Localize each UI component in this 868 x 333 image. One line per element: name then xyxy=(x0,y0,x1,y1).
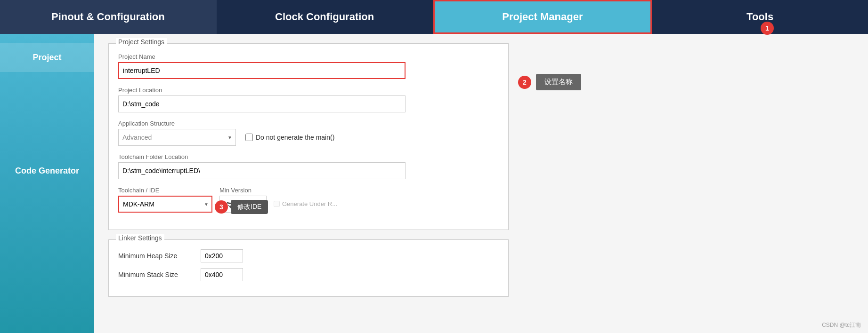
application-structure-label: Application Structure xyxy=(118,120,499,127)
min-version-label: Min Version xyxy=(219,187,267,194)
tab-clock[interactable]: Clock Configuration xyxy=(217,0,433,34)
set-name-button[interactable]: 设置名称 xyxy=(536,74,581,90)
project-name-group: Project Name xyxy=(118,53,499,79)
project-name-input[interactable] xyxy=(118,62,406,79)
toolchain-folder-input[interactable] xyxy=(118,162,406,179)
step3-annotation: 3 修改IDE xyxy=(215,200,268,214)
tab-pinout[interactable]: Pinout & Configuration xyxy=(0,0,217,34)
top-navigation: Pinout & Configuration Clock Configurati… xyxy=(0,0,868,34)
linker-settings-section: Linker Settings Minimum Heap Size Minimu… xyxy=(108,239,509,297)
application-structure-group: Application Structure Advanced Basic Do xyxy=(118,120,499,146)
project-settings-section: Project Settings Project Name Project Lo… xyxy=(108,43,509,230)
project-location-input[interactable] xyxy=(118,95,406,112)
linker-settings-title: Linker Settings xyxy=(116,234,164,242)
app-structure-row: Advanced Basic Do not generate the main(… xyxy=(118,129,499,146)
project-settings-title: Project Settings xyxy=(116,38,167,46)
tab-project-manager[interactable]: Project Manager xyxy=(433,0,652,34)
content-wrapper: Project Settings Project Name Project Lo… xyxy=(108,43,854,306)
sidebar-item-code-generator[interactable]: Code Generator xyxy=(0,157,94,185)
min-heap-row: Minimum Heap Size xyxy=(118,249,499,262)
annotation-badge-2: 2 xyxy=(518,76,531,89)
toolchain-ide-select[interactable]: MDK-ARM STM32CubeIDE Makefile xyxy=(118,196,212,213)
toolchain-folder-label: Toolchain Folder Location xyxy=(118,153,499,160)
toolchain-folder-group: Toolchain Folder Location xyxy=(118,153,499,179)
main-layout: Project Code Generator Project Settings … xyxy=(0,34,868,333)
project-location-group: Project Location xyxy=(118,87,499,112)
min-heap-label: Minimum Heap Size xyxy=(118,252,194,260)
min-stack-row: Minimum Stack Size xyxy=(118,268,499,281)
sidebar: Project Code Generator xyxy=(0,34,94,333)
min-stack-input[interactable] xyxy=(201,268,243,281)
project-name-label: Project Name xyxy=(118,53,499,60)
application-structure-select[interactable]: Advanced Basic xyxy=(118,129,236,146)
project-location-label: Project Location xyxy=(118,87,499,94)
min-stack-label: Minimum Stack Size xyxy=(118,271,194,278)
set-name-annotation: 2 设置名称 xyxy=(518,74,612,90)
do-not-generate-checkbox[interactable] xyxy=(245,134,253,141)
min-heap-input[interactable] xyxy=(201,249,243,262)
change-ide-tooltip: 修改IDE xyxy=(231,200,268,214)
toolchain-select-wrapper: MDK-ARM STM32CubeIDE Makefile xyxy=(118,196,212,213)
annotation-badge-3: 3 xyxy=(215,200,228,214)
content-area: Project Settings Project Name Project Lo… xyxy=(94,34,868,333)
generate-under-group: Generate Under R... xyxy=(274,200,337,207)
right-panel: 2 设置名称 xyxy=(518,43,612,306)
watermark: CSDN @tc江南 xyxy=(822,320,861,329)
tab-tools[interactable]: Tools xyxy=(652,0,868,34)
generate-under-label: Generate Under R... xyxy=(282,200,337,207)
left-panel: Project Settings Project Name Project Lo… xyxy=(108,43,509,306)
annotation-badge-1: 1 xyxy=(761,22,774,35)
toolchain-ide-row: Toolchain / IDE MDK-ARM STM32CubeIDE Mak… xyxy=(118,187,499,213)
generate-under-checkbox xyxy=(274,201,280,207)
toolchain-ide-label: Toolchain / IDE xyxy=(118,187,212,194)
toolchain-col: Toolchain / IDE MDK-ARM STM32CubeIDE Mak… xyxy=(118,187,212,213)
toolchain-ide-group: Toolchain / IDE MDK-ARM STM32CubeIDE Mak… xyxy=(118,187,499,213)
app-structure-select-wrapper: Advanced Basic xyxy=(118,129,236,146)
sidebar-item-project[interactable]: Project xyxy=(0,43,94,72)
do-not-generate-label[interactable]: Do not generate the main() xyxy=(245,134,334,141)
